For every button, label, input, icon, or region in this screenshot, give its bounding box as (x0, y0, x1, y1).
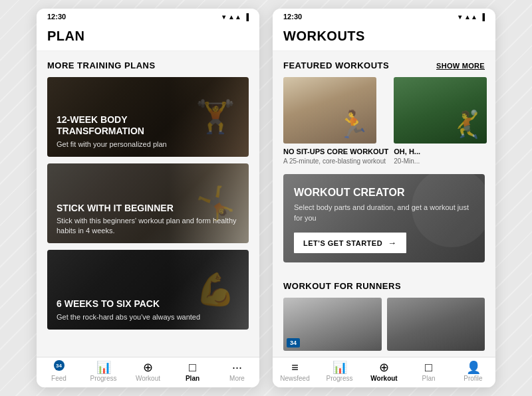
featured-img-0 (283, 77, 376, 144)
progress-label-r: Progress (326, 375, 352, 382)
more-icon: ··· (232, 361, 242, 373)
workouts-title: WORKOUTS (283, 29, 485, 44)
nav-profile[interactable]: 👤 Profile (451, 361, 495, 382)
featured-title: FEATURED WORKOUTS (283, 60, 389, 70)
status-bar-right: 12:30 ▾ ▲▲ ▐ (273, 9, 495, 23)
nav-newsfeed[interactable]: ≡ Newsfeed (273, 361, 317, 382)
nav-plan[interactable]: □ Plan (170, 361, 215, 382)
runner-card-0[interactable]: 34 (283, 298, 382, 351)
plan-bottom-nav: 34 ≡ Feed 📊 Progress ⊕ Workout □ Plan ··… (37, 357, 259, 387)
signal-icon-r: ▲▲ (464, 13, 477, 21)
show-more-button[interactable]: SHOW MORE (436, 62, 485, 70)
workout-label-r: Workout (370, 375, 397, 382)
workout-img-bg-1 (394, 77, 487, 144)
nav-plan-r[interactable]: □ Plan (406, 361, 451, 382)
plan-card-text-1: STICK WITH IT BEGINNER Stick with this b… (57, 203, 239, 235)
training-plans-section-title: MORE TRAINING PLANS (37, 51, 259, 77)
feed-badge: 34 (54, 360, 65, 371)
creator-subtitle: Select body parts and duration, and get … (294, 203, 474, 223)
progress-label: Progress (90, 375, 116, 382)
plan-card-subtitle-0: Get fit with your personalized plan (57, 140, 239, 149)
plan-card-title-2: 6 WEEKS TO SIX PACK (57, 298, 239, 310)
featured-card-subtitle-0: A 25-minute, core-blasting workout (283, 157, 388, 165)
profile-label: Profile (464, 375, 482, 382)
featured-card-subtitle-1: 20-Min... (394, 157, 487, 165)
plan-label: Plan (186, 375, 200, 382)
featured-card-title-0: NO SIT-UPS CORE WORKOUT (283, 148, 388, 156)
progress-icon-r: 📊 (332, 361, 347, 373)
cta-arrow-icon: → (388, 238, 397, 248)
workout-img-bg-0 (283, 77, 376, 144)
battery-icon-r: ▐ (480, 13, 485, 21)
signal-icon: ▲▲ (228, 13, 241, 21)
workouts-header: WORKOUTS (273, 23, 495, 51)
phone-plan: 12:30 ▾ ▲▲ ▐ PLAN MORE TRAINING PLANS 12… (37, 9, 259, 387)
wifi-icon: ▾ (222, 13, 225, 21)
wifi-icon-r: ▾ (458, 13, 462, 21)
featured-card-title-1: OH, H... (394, 148, 487, 156)
nav-workout[interactable]: ⊕ Workout (126, 361, 170, 382)
runner-badge-0: 34 (287, 338, 300, 347)
featured-card-1[interactable]: OH, H... 20-Min... (394, 77, 487, 165)
cta-label: LET'S GET STARTED (303, 239, 382, 247)
plan-scroll-content[interactable]: MORE TRAINING PLANS 12-WEEK BODYTRANSFOR… (37, 51, 259, 357)
nav-progress[interactable]: 📊 Progress (81, 361, 126, 382)
runners-section-title: WORKOUT FOR RUNNERS (273, 272, 495, 298)
plan-card-text-2: 6 WEEKS TO SIX PACK Get the rock-hard ab… (57, 298, 239, 322)
profile-icon: 👤 (466, 361, 481, 373)
nav-progress-r[interactable]: 📊 Progress (317, 361, 362, 382)
plan-label-r: Plan (422, 375, 435, 382)
workouts-scroll-content[interactable]: FEATURED WORKOUTS SHOW MORE NO SIT-UPS C… (273, 51, 495, 357)
workout-creator-banner[interactable]: WORKOUT CREATOR Select body parts and du… (283, 174, 485, 262)
status-bar-left: 12:30 ▾ ▲▲ ▐ (37, 9, 259, 23)
plan-icon: □ (189, 361, 196, 373)
battery-icon: ▐ (244, 13, 249, 21)
creator-title: WORKOUT CREATOR (294, 186, 474, 199)
workout-label: Workout (136, 375, 160, 382)
time-right: 12:30 (283, 13, 302, 21)
runner-cards: 34 (273, 298, 495, 357)
featured-img-1 (394, 77, 487, 144)
workouts-bottom-nav: ≡ Newsfeed 📊 Progress ⊕ Workout □ Plan 👤… (273, 357, 495, 387)
nav-feed[interactable]: 34 ≡ Feed (37, 361, 81, 382)
runner-card-1[interactable] (387, 298, 485, 351)
plan-card-title-1: STICK WITH IT BEGINNER (57, 203, 239, 214)
status-icons-left: ▾ ▲▲ ▐ (222, 13, 249, 21)
status-icons-right: ▾ ▲▲ ▐ (458, 13, 485, 21)
plan-icon-r: □ (425, 361, 432, 373)
time-left: 12:30 (47, 13, 66, 21)
newsfeed-label: Newsfeed (280, 375, 309, 382)
progress-icon: 📊 (96, 361, 111, 373)
plan-card-1[interactable]: STICK WITH IT BEGINNER Stick with this b… (47, 163, 249, 243)
newsfeed-icon: ≡ (291, 361, 299, 373)
plan-card-title-0: 12-WEEK BODYTRANSFORMATION (57, 114, 239, 137)
plan-title: PLAN (47, 29, 249, 44)
feed-label: Feed (51, 375, 66, 382)
plan-card-text-0: 12-WEEK BODYTRANSFORMATION Get fit with … (57, 114, 239, 149)
plan-card-subtitle-1: Stick with this beginners' workout plan … (57, 216, 239, 235)
plan-card-2[interactable]: 6 WEEKS TO SIX PACK Get the rock-hard ab… (47, 250, 249, 330)
plan-card-0[interactable]: 12-WEEK BODYTRANSFORMATION Get fit with … (47, 77, 249, 157)
workout-icon: ⊕ (143, 361, 153, 373)
featured-scroll[interactable]: NO SIT-UPS CORE WORKOUT A 25-minute, cor… (273, 77, 495, 165)
plan-card-subtitle-2: Get the rock-hard abs you've always want… (57, 312, 239, 322)
more-label: More (229, 375, 245, 382)
phone-workouts: 12:30 ▾ ▲▲ ▐ WORKOUTS FEATURED WORKOUTS … (273, 9, 495, 387)
featured-header: FEATURED WORKOUTS SHOW MORE (273, 51, 495, 77)
nav-more[interactable]: ··· More (215, 361, 259, 382)
featured-card-0[interactable]: NO SIT-UPS CORE WORKOUT A 25-minute, cor… (283, 77, 388, 165)
lets-get-started-button[interactable]: LET'S GET STARTED → (294, 233, 406, 253)
workout-icon-r: ⊕ (379, 361, 389, 373)
nav-workout-r[interactable]: ⊕ Workout (362, 361, 406, 382)
plan-header: PLAN (37, 23, 259, 51)
